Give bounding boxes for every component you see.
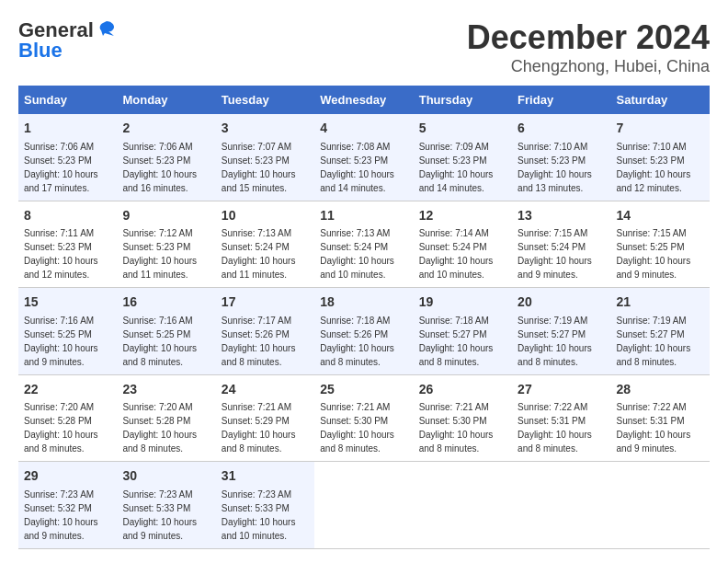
day-number: 15 <box>24 293 111 312</box>
day-info: Sunrise: 7:16 AM Sunset: 5:25 PM Dayligh… <box>122 316 197 367</box>
weekday-header-friday: Friday <box>512 86 610 114</box>
week-row-2: 8Sunrise: 7:11 AM Sunset: 5:23 PM Daylig… <box>18 201 710 288</box>
day-info: Sunrise: 7:06 AM Sunset: 5:23 PM Dayligh… <box>122 142 197 193</box>
day-info: Sunrise: 7:10 AM Sunset: 5:23 PM Dayligh… <box>518 142 592 193</box>
calendar-cell: 30Sunrise: 7:23 AM Sunset: 5:33 PM Dayli… <box>117 462 215 549</box>
calendar-cell <box>414 462 512 549</box>
week-row-5: 29Sunrise: 7:23 AM Sunset: 5:32 PM Dayli… <box>18 462 710 549</box>
day-number: 9 <box>122 207 210 225</box>
day-number: 8 <box>24 207 111 225</box>
day-info: Sunrise: 7:16 AM Sunset: 5:25 PM Dayligh… <box>24 316 98 367</box>
day-info: Sunrise: 7:11 AM Sunset: 5:23 PM Dayligh… <box>24 228 98 280</box>
calendar-cell: 5Sunrise: 7:09 AM Sunset: 5:23 PM Daylig… <box>414 114 512 201</box>
calendar-cell: 14Sunrise: 7:15 AM Sunset: 5:25 PM Dayli… <box>611 201 710 288</box>
day-number: 21 <box>617 293 704 312</box>
calendar-cell: 7Sunrise: 7:10 AM Sunset: 5:23 PM Daylig… <box>611 114 710 201</box>
day-info: Sunrise: 7:09 AM Sunset: 5:23 PM Dayligh… <box>419 142 494 193</box>
weekday-header-thursday: Thursday <box>414 86 512 114</box>
calendar-cell: 1Sunrise: 7:06 AM Sunset: 5:23 PM Daylig… <box>18 114 117 201</box>
calendar-cell: 17Sunrise: 7:17 AM Sunset: 5:26 PM Dayli… <box>216 288 314 375</box>
calendar-cell: 13Sunrise: 7:15 AM Sunset: 5:24 PM Dayli… <box>512 201 610 288</box>
calendar-cell: 8Sunrise: 7:11 AM Sunset: 5:23 PM Daylig… <box>18 201 117 288</box>
calendar-cell: 16Sunrise: 7:16 AM Sunset: 5:25 PM Dayli… <box>117 288 215 375</box>
day-info: Sunrise: 7:22 AM Sunset: 5:31 PM Dayligh… <box>518 402 592 454</box>
day-number: 27 <box>518 381 605 399</box>
day-info: Sunrise: 7:20 AM Sunset: 5:28 PM Dayligh… <box>24 402 98 454</box>
calendar-cell: 18Sunrise: 7:18 AM Sunset: 5:26 PM Dayli… <box>314 288 413 375</box>
calendar-cell: 19Sunrise: 7:18 AM Sunset: 5:27 PM Dayli… <box>414 288 512 375</box>
day-info: Sunrise: 7:13 AM Sunset: 5:24 PM Dayligh… <box>320 228 394 280</box>
day-info: Sunrise: 7:15 AM Sunset: 5:24 PM Dayligh… <box>518 228 592 280</box>
calendar-cell: 23Sunrise: 7:20 AM Sunset: 5:28 PM Dayli… <box>117 374 215 462</box>
day-info: Sunrise: 7:22 AM Sunset: 5:31 PM Dayligh… <box>617 402 691 454</box>
weekday-header-tuesday: Tuesday <box>216 86 314 114</box>
day-info: Sunrise: 7:10 AM Sunset: 5:23 PM Dayligh… <box>617 142 691 193</box>
day-info: Sunrise: 7:19 AM Sunset: 5:27 PM Dayligh… <box>617 316 691 367</box>
calendar-cell: 29Sunrise: 7:23 AM Sunset: 5:32 PM Dayli… <box>18 462 117 549</box>
calendar-cell: 21Sunrise: 7:19 AM Sunset: 5:27 PM Dayli… <box>611 288 710 375</box>
logo: General Blue <box>18 18 118 63</box>
day-number: 26 <box>419 381 506 399</box>
calendar-cell: 10Sunrise: 7:13 AM Sunset: 5:24 PM Dayli… <box>216 201 314 288</box>
day-info: Sunrise: 7:21 AM Sunset: 5:30 PM Dayligh… <box>419 402 494 454</box>
day-info: Sunrise: 7:14 AM Sunset: 5:24 PM Dayligh… <box>419 228 494 280</box>
week-row-3: 15Sunrise: 7:16 AM Sunset: 5:25 PM Dayli… <box>18 288 710 375</box>
day-info: Sunrise: 7:23 AM Sunset: 5:33 PM Dayligh… <box>122 489 197 541</box>
day-number: 11 <box>320 207 407 225</box>
month-title: December 2024 <box>467 18 710 57</box>
day-info: Sunrise: 7:08 AM Sunset: 5:23 PM Dayligh… <box>320 142 394 193</box>
day-number: 12 <box>419 207 506 225</box>
logo-bird-icon <box>96 17 118 40</box>
day-info: Sunrise: 7:20 AM Sunset: 5:28 PM Dayligh… <box>122 402 197 454</box>
day-info: Sunrise: 7:21 AM Sunset: 5:29 PM Dayligh… <box>222 402 296 454</box>
title-section: December 2024 Chengzhong, Hubei, China <box>467 18 710 76</box>
calendar-cell: 20Sunrise: 7:19 AM Sunset: 5:27 PM Dayli… <box>512 288 610 375</box>
week-row-4: 22Sunrise: 7:20 AM Sunset: 5:28 PM Dayli… <box>18 374 710 462</box>
calendar-cell: 3Sunrise: 7:07 AM Sunset: 5:23 PM Daylig… <box>216 114 314 201</box>
calendar-cell: 12Sunrise: 7:14 AM Sunset: 5:24 PM Dayli… <box>414 201 512 288</box>
calendar-cell: 2Sunrise: 7:06 AM Sunset: 5:23 PM Daylig… <box>117 114 215 201</box>
day-number: 3 <box>222 120 309 138</box>
calendar-cell <box>314 462 413 549</box>
day-info: Sunrise: 7:19 AM Sunset: 5:27 PM Dayligh… <box>518 316 592 367</box>
day-number: 6 <box>518 120 605 138</box>
calendar-table: SundayMondayTuesdayWednesdayThursdayFrid… <box>18 86 710 549</box>
calendar-cell: 31Sunrise: 7:23 AM Sunset: 5:33 PM Dayli… <box>216 462 314 549</box>
day-info: Sunrise: 7:21 AM Sunset: 5:30 PM Dayligh… <box>320 402 394 454</box>
day-number: 4 <box>320 120 407 138</box>
day-info: Sunrise: 7:18 AM Sunset: 5:27 PM Dayligh… <box>419 316 494 367</box>
day-info: Sunrise: 7:06 AM Sunset: 5:23 PM Dayligh… <box>24 142 98 193</box>
day-number: 20 <box>518 293 605 312</box>
day-info: Sunrise: 7:12 AM Sunset: 5:23 PM Dayligh… <box>122 228 197 280</box>
day-number: 14 <box>617 207 704 225</box>
day-number: 28 <box>617 381 704 399</box>
day-info: Sunrise: 7:23 AM Sunset: 5:32 PM Dayligh… <box>24 489 98 541</box>
day-info: Sunrise: 7:13 AM Sunset: 5:24 PM Dayligh… <box>222 228 296 280</box>
header-row: SundayMondayTuesdayWednesdayThursdayFrid… <box>18 86 710 114</box>
calendar-cell: 4Sunrise: 7:08 AM Sunset: 5:23 PM Daylig… <box>314 114 413 201</box>
day-number: 13 <box>518 207 605 225</box>
day-number: 17 <box>222 293 309 312</box>
calendar-cell: 28Sunrise: 7:22 AM Sunset: 5:31 PM Dayli… <box>611 374 710 462</box>
day-number: 23 <box>122 381 210 399</box>
calendar-cell: 25Sunrise: 7:21 AM Sunset: 5:30 PM Dayli… <box>314 374 413 462</box>
weekday-header-sunday: Sunday <box>18 86 117 114</box>
day-number: 29 <box>24 467 111 486</box>
day-number: 22 <box>24 381 111 399</box>
calendar-cell: 15Sunrise: 7:16 AM Sunset: 5:25 PM Dayli… <box>18 288 117 375</box>
day-number: 25 <box>320 381 407 399</box>
page-header: General Blue December 2024 Chengzhong, H… <box>18 18 710 76</box>
day-number: 18 <box>320 293 407 312</box>
day-info: Sunrise: 7:18 AM Sunset: 5:26 PM Dayligh… <box>320 316 394 367</box>
weekday-header-monday: Monday <box>117 86 215 114</box>
weekday-header-wednesday: Wednesday <box>314 86 413 114</box>
day-info: Sunrise: 7:23 AM Sunset: 5:33 PM Dayligh… <box>222 489 296 541</box>
day-number: 2 <box>122 120 210 138</box>
day-number: 31 <box>222 467 309 486</box>
location-title: Chengzhong, Hubei, China <box>467 57 710 76</box>
day-number: 1 <box>24 120 111 138</box>
day-number: 16 <box>122 293 210 312</box>
day-number: 30 <box>122 467 210 486</box>
weekday-header-saturday: Saturday <box>611 86 710 114</box>
calendar-cell: 26Sunrise: 7:21 AM Sunset: 5:30 PM Dayli… <box>414 374 512 462</box>
